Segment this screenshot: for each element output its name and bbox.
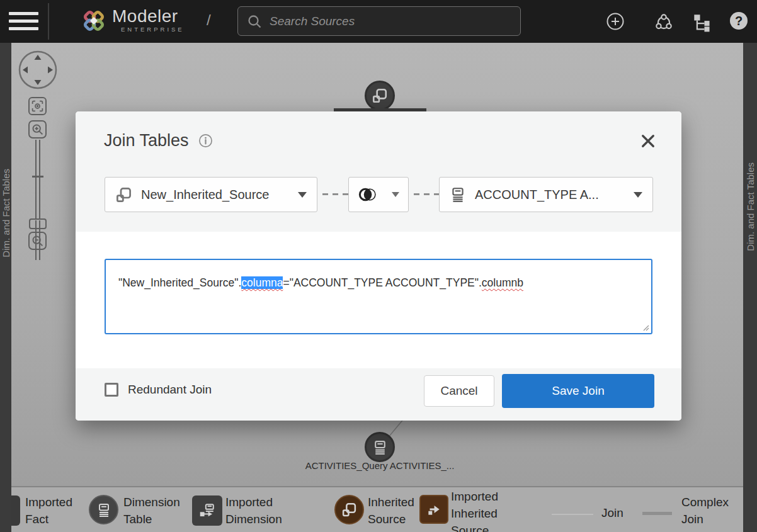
dialog-title: Join Tables bbox=[104, 131, 189, 150]
join-type-dropdown[interactable] bbox=[348, 177, 409, 212]
legend-label-imported-fact: Imported Fact bbox=[25, 494, 86, 528]
dimension-table-icon bbox=[372, 439, 388, 455]
menu-button[interactable] bbox=[9, 12, 38, 31]
legend-label-complex-join: Complex Join bbox=[681, 494, 738, 528]
left-panel-tab-dim-fact-tables[interactable]: Dim. and Fact Tables bbox=[0, 43, 11, 532]
topbar-divider bbox=[48, 3, 49, 40]
right-panel-tab-dim-fact-tables[interactable]: Dim. and Fact Tables bbox=[743, 43, 757, 532]
left-table-dropdown[interactable]: New_Inherited_Source bbox=[105, 177, 317, 212]
canvas-node-inherited-source[interactable] bbox=[365, 81, 395, 111]
chevron-down-icon bbox=[392, 192, 399, 197]
modeler-logo-icon bbox=[81, 7, 107, 35]
zoom-in-button[interactable] bbox=[28, 120, 47, 139]
fit-to-screen-icon bbox=[31, 99, 44, 113]
app-window: ACTIVITIES_Query ACTIVITIES_... Import bbox=[0, 0, 757, 532]
hierarchy-view-button[interactable] bbox=[693, 13, 712, 32]
brand-name: Modeler bbox=[112, 7, 185, 26]
legend-label-inherited-source: Inherited Source bbox=[368, 494, 424, 528]
left-panel-tab-label: Dim. and Fact Tables bbox=[1, 169, 11, 258]
help-button[interactable]: ? bbox=[730, 12, 748, 30]
dialog-footer: Redundant Join Cancel Save Join bbox=[76, 368, 681, 421]
right-table-dropdown[interactable]: ACCOUNT_TYPE A... bbox=[439, 177, 653, 212]
network-model-button[interactable] bbox=[654, 13, 673, 31]
imported-dimension-icon bbox=[192, 495, 222, 526]
top-bar: Modeler ENTERPRISE / ? bbox=[0, 0, 757, 43]
brand-subtitle: ENTERPRISE bbox=[121, 26, 185, 33]
left-table-value: New_Inherited_Source bbox=[141, 188, 269, 202]
join-type-venn-icon bbox=[358, 187, 379, 202]
zoom-in-icon bbox=[31, 123, 44, 136]
dialog-header: Join Tables New_Inherited_Source bbox=[76, 111, 681, 232]
right-table-value: ACCOUNT_TYPE A... bbox=[475, 188, 599, 202]
chevron-down-icon bbox=[298, 192, 307, 198]
search-sources-box[interactable] bbox=[237, 6, 521, 36]
search-icon bbox=[247, 14, 262, 29]
help-icon: ? bbox=[735, 14, 743, 28]
app-logo[interactable]: Modeler ENTERPRISE bbox=[81, 7, 185, 35]
breadcrumb-separator: / bbox=[207, 11, 211, 29]
join-line-sample bbox=[552, 514, 593, 515]
join-expression-textarea[interactable]: "New_Inherited_Source".columna="ACCOUNT_… bbox=[105, 259, 652, 334]
expression-segment: "New_Inherited_Source". bbox=[118, 276, 241, 289]
zoom-slider-handle[interactable] bbox=[29, 218, 47, 229]
imported-inherited-source-icon bbox=[419, 495, 448, 524]
search-input[interactable] bbox=[270, 14, 511, 28]
redundant-join-label: Redundant Join bbox=[128, 383, 212, 397]
join-link-dashes bbox=[414, 193, 440, 195]
expression-selected-text: columna bbox=[241, 276, 283, 289]
complex-join-line-sample bbox=[642, 512, 672, 515]
dialog-body: "New_Inherited_Source".columna="ACCOUNT_… bbox=[76, 232, 681, 368]
zoom-slider-track[interactable] bbox=[35, 140, 40, 218]
join-tables-dialog: Join Tables New_Inherited_Source bbox=[76, 111, 681, 421]
pan-compass-control[interactable] bbox=[18, 50, 58, 90]
zoom-slider-midpoint bbox=[32, 176, 43, 178]
add-button[interactable] bbox=[606, 12, 625, 31]
expression-segment: ="ACCOUNT_TYPE ACCOUNT_TYPE". bbox=[283, 276, 481, 289]
zoom-out-button[interactable] bbox=[28, 232, 47, 250]
redundant-join-checkbox[interactable] bbox=[105, 383, 118, 397]
legend-label-join: Join bbox=[601, 504, 623, 521]
dimension-table-icon bbox=[450, 186, 466, 203]
close-icon[interactable] bbox=[640, 133, 656, 149]
imported-fact-icon bbox=[11, 495, 20, 526]
canvas-node-label: ACTIVITIES_Query ACTIVITIES_... bbox=[285, 460, 474, 471]
info-icon[interactable] bbox=[198, 133, 213, 148]
redundant-join-checkbox-row[interactable]: Redundant Join bbox=[105, 383, 212, 397]
inherited-source-legend-icon bbox=[334, 495, 364, 524]
chevron-down-icon bbox=[634, 192, 642, 198]
legend-label-imported-inherited-source: Imported Inherited Source bbox=[451, 488, 511, 532]
legend-label-imported-dimension: Imported Dimension bbox=[225, 494, 295, 528]
canvas-node-dimension-table[interactable] bbox=[365, 432, 395, 462]
dimension-table-legend-icon bbox=[89, 495, 118, 524]
inherited-source-icon bbox=[372, 88, 388, 104]
fit-to-screen-button[interactable] bbox=[28, 97, 47, 115]
resize-handle[interactable] bbox=[642, 324, 649, 331]
inherited-source-icon bbox=[115, 186, 132, 203]
expression-misspelled-text: columnb bbox=[482, 276, 523, 289]
join-link-dashes bbox=[322, 193, 348, 195]
legend-label-dimension-table: Dimension Table bbox=[123, 494, 193, 528]
cancel-button[interactable]: Cancel bbox=[424, 375, 494, 407]
right-panel-tab-label: Dim. and Fact Tables bbox=[745, 162, 756, 251]
save-join-button[interactable]: Save Join bbox=[502, 374, 654, 408]
legend-bar: Imported Fact Dimension Table Imported D… bbox=[11, 486, 743, 532]
zoom-out-icon bbox=[31, 234, 44, 247]
